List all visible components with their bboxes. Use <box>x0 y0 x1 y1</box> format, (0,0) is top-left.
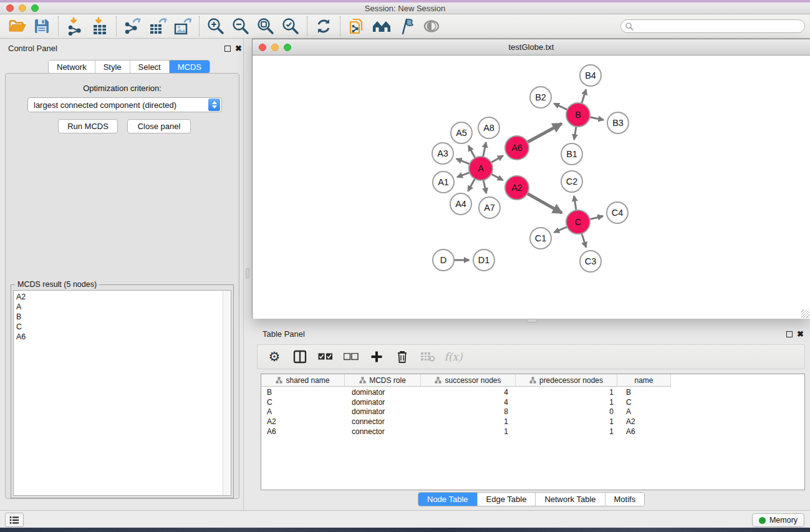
tab-network-table[interactable]: Network Table <box>536 493 605 506</box>
edge-B-B4[interactable] <box>582 89 586 103</box>
mcds-result-item[interactable]: C <box>14 322 231 332</box>
window-resize-grip[interactable] <box>801 310 809 318</box>
network-canvas[interactable]: AA1A2A3A4A5A6A7A8BB1B2B3B4CC1C2C3C4DD1 <box>253 56 810 319</box>
tab-style[interactable]: Style <box>95 60 130 73</box>
mcds-result-item[interactable]: A2 <box>14 292 231 302</box>
tab-select[interactable]: Select <box>130 60 170 73</box>
table-row[interactable]: A6connector11A6 <box>261 427 804 437</box>
edge-A-A1[interactable] <box>457 173 470 177</box>
node-A8[interactable]: A8 <box>478 117 499 138</box>
tab-network[interactable]: Network <box>49 60 95 73</box>
table-row[interactable]: Bdominator41B <box>261 387 804 397</box>
delete-column-button[interactable] <box>394 349 410 365</box>
node-B[interactable]: B <box>566 103 590 127</box>
tab-mcds[interactable]: MCDS <box>170 60 210 73</box>
table-row[interactable]: Adominator80A <box>261 407 804 417</box>
close-table-panel-icon[interactable]: ✖ <box>797 330 804 339</box>
tab-edge-table[interactable]: Edge Table <box>478 493 536 506</box>
node-A4[interactable]: A4 <box>450 193 471 215</box>
function-builder-button[interactable]: f(x) <box>445 349 461 365</box>
import-network-button[interactable] <box>64 16 85 37</box>
mcds-result-item[interactable]: A6 <box>14 332 231 342</box>
column-header-mcds-role[interactable]: MCDS role <box>345 374 421 387</box>
tab-motifs[interactable]: Motifs <box>605 493 645 506</box>
close-panel-button[interactable]: Close panel <box>127 119 191 133</box>
hide-selection-button[interactable] <box>396 16 417 37</box>
select-all-button[interactable] <box>317 349 334 365</box>
task-history-button[interactable] <box>5 513 24 527</box>
node-A6[interactable]: A6 <box>505 136 529 160</box>
network-window-titlebar[interactable]: testGlobe.txt <box>253 39 810 56</box>
vertical-splitter-handle[interactable] <box>246 268 249 278</box>
node-B1[interactable]: B1 <box>561 143 582 165</box>
close-panel-icon[interactable]: ✖ <box>235 44 242 53</box>
node-C1[interactable]: C1 <box>530 228 551 249</box>
edge-B-B1[interactable] <box>574 127 576 140</box>
node-B4[interactable]: B4 <box>580 65 601 86</box>
zoom-in-button[interactable] <box>205 16 226 37</box>
edge-C-C4[interactable] <box>589 216 603 219</box>
edge-A-A3[interactable] <box>456 159 470 164</box>
edge-C-C3[interactable] <box>582 233 586 247</box>
show-all-button[interactable] <box>421 16 442 37</box>
first-neighbors-button[interactable] <box>371 16 392 37</box>
node-A7[interactable]: A7 <box>479 197 500 218</box>
show-columns-button[interactable] <box>292 349 308 365</box>
memory-button[interactable]: Memory <box>752 513 804 527</box>
edge-A-A6[interactable] <box>491 156 503 163</box>
table-row[interactable]: Cdominator41C <box>261 397 804 407</box>
export-table-button[interactable] <box>147 16 168 37</box>
column-header-shared-name[interactable]: shared name <box>261 374 345 387</box>
zoom-out-button[interactable] <box>230 16 251 37</box>
edge-B-B3[interactable] <box>590 117 604 120</box>
node-A5[interactable]: A5 <box>451 122 472 143</box>
edge-B-B2[interactable] <box>554 104 567 110</box>
column-header-name[interactable]: name <box>617 374 671 387</box>
new-network-from-selection-button[interactable] <box>346 16 367 37</box>
delete-table-button[interactable] <box>420 349 436 365</box>
node-D1[interactable]: D1 <box>473 249 494 271</box>
export-image-button[interactable] <box>172 16 193 37</box>
add-column-button[interactable] <box>369 349 385 365</box>
search-input[interactable] <box>634 21 804 32</box>
edge-A6-B[interactable] <box>528 123 562 142</box>
export-network-button[interactable] <box>122 16 143 37</box>
save-session-button[interactable] <box>31 16 52 37</box>
deselect-all-button[interactable] <box>343 349 359 365</box>
edge-A2-C[interactable] <box>528 193 562 213</box>
edge-A-A8[interactable] <box>483 142 486 157</box>
edge-A-A2[interactable] <box>491 174 503 180</box>
node-A3[interactable]: A3 <box>432 143 453 164</box>
zoom-fit-button[interactable] <box>255 16 276 37</box>
node-C4[interactable]: C4 <box>607 202 628 223</box>
table-row[interactable]: A2connector11A2 <box>261 417 804 427</box>
horizontal-splitter-handle[interactable] <box>527 319 537 322</box>
node-A1[interactable]: A1 <box>433 172 454 193</box>
node-C3[interactable]: C3 <box>580 251 601 272</box>
mcds-result-item[interactable]: B <box>14 312 231 322</box>
edge-C-C2[interactable] <box>574 196 577 210</box>
node-B2[interactable]: B2 <box>530 87 551 108</box>
edge-C-C1[interactable] <box>554 227 567 233</box>
refresh-view-button[interactable] <box>313 16 334 37</box>
float-table-panel-icon[interactable] <box>786 331 793 337</box>
column-header-successor-nodes[interactable]: successor nodes <box>421 374 516 387</box>
mcds-list-scrollbar[interactable] <box>223 291 231 495</box>
column-header-predecessor-nodes[interactable]: predecessor nodes <box>516 374 617 387</box>
node-A2[interactable]: A2 <box>505 176 529 200</box>
run-mcds-button[interactable]: Run MCDS <box>58 119 118 133</box>
node-A[interactable]: A <box>469 157 493 180</box>
search-field[interactable] <box>620 19 805 33</box>
edge-A-A4[interactable] <box>468 179 475 191</box>
edge-A-A5[interactable] <box>468 146 475 158</box>
tab-node-table[interactable]: Node Table <box>418 493 478 506</box>
float-panel-icon[interactable] <box>224 46 231 52</box>
node-B3[interactable]: B3 <box>607 112 629 133</box>
node-C2[interactable]: C2 <box>561 171 582 192</box>
mcds-result-item[interactable]: A <box>14 302 231 312</box>
criterion-dropdown[interactable]: largest connected component (directed) <box>27 97 222 112</box>
node-C[interactable]: C <box>566 210 590 234</box>
open-session-button[interactable] <box>6 16 27 37</box>
table-settings-button[interactable]: ⚙ <box>266 349 282 365</box>
node-D[interactable]: D <box>433 249 454 271</box>
